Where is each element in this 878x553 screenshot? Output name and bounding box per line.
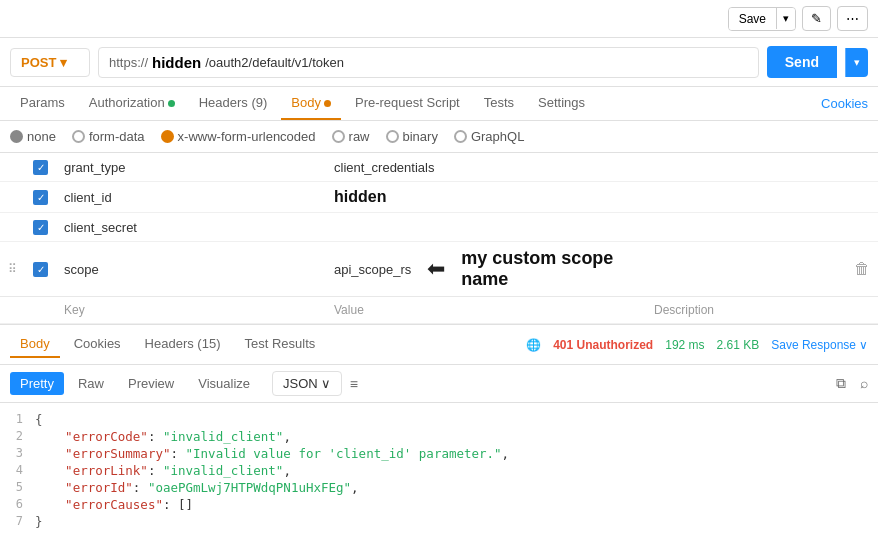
body-dot — [324, 100, 331, 107]
radio-binary — [386, 130, 399, 143]
tab-cookies-response[interactable]: Cookies — [64, 331, 131, 358]
method-select[interactable]: POST ▾ — [10, 48, 90, 77]
desc-cell[interactable] — [646, 153, 846, 182]
send-button[interactable]: Send — [767, 46, 837, 78]
right-icons: ⧉ ⌕ — [832, 375, 868, 392]
edit-button[interactable]: ✎ — [802, 6, 831, 31]
format-select-arrow: ∨ — [321, 376, 331, 391]
method-arrow: ▾ — [60, 55, 67, 70]
desc-cell[interactable] — [646, 182, 846, 213]
checkbox-checked[interactable] — [33, 190, 48, 205]
top-bar: Save ▾ ✎ ⋯ — [0, 0, 878, 38]
line-num: 4 — [0, 463, 35, 478]
key-cell[interactable]: grant_type — [56, 153, 326, 182]
cookies-link[interactable]: Cookies — [821, 96, 868, 111]
delete-row-button[interactable]: 🗑 — [846, 242, 878, 297]
body-type-graphql[interactable]: GraphQL — [454, 129, 524, 144]
line-content: "errorSummary": "Invalid value for 'clie… — [35, 446, 509, 461]
tab-settings[interactable]: Settings — [528, 87, 595, 120]
format-tab-preview[interactable]: Preview — [118, 372, 184, 395]
checkbox-checked[interactable] — [33, 220, 48, 235]
more-button[interactable]: ⋯ — [837, 6, 868, 31]
drag-col-header — [0, 297, 25, 324]
save-dropdown-button[interactable]: ▾ — [776, 8, 795, 29]
tab-body-response[interactable]: Body — [10, 331, 60, 358]
table-row: client_id hidden — [0, 182, 878, 213]
save-response-button[interactable]: Save Response ∨ — [771, 338, 868, 352]
copy-icon[interactable]: ⧉ — [836, 375, 846, 392]
tab-authorization[interactable]: Authorization — [79, 87, 185, 120]
status-size: 2.61 KB — [717, 338, 760, 352]
body-type-binary-label: binary — [403, 129, 438, 144]
body-type-none[interactable]: none — [10, 129, 56, 144]
body-type-form-data-label: form-data — [89, 129, 145, 144]
authorization-dot — [168, 100, 175, 107]
status-code: 401 Unauthorized — [553, 338, 653, 352]
tab-headers[interactable]: Headers (9) — [189, 87, 278, 120]
hidden-value: hidden — [334, 188, 386, 205]
tab-body-label: Body — [291, 95, 321, 110]
checkbox-checked[interactable] — [33, 262, 48, 277]
send-dropdown-button[interactable]: ▾ — [845, 48, 868, 77]
line-num: 1 — [0, 412, 35, 427]
body-type-binary[interactable]: binary — [386, 129, 438, 144]
value-cell[interactable]: api_scope_rs ⬅ my custom scope name — [326, 242, 646, 296]
format-select-label: JSON — [283, 376, 318, 391]
custom-scope-label: my custom scope name — [461, 248, 638, 290]
row-checkbox[interactable] — [25, 153, 56, 182]
status-time: 192 ms — [665, 338, 704, 352]
table-row: ⠿ scope api_scope_rs ⬅ my custom scope n… — [0, 242, 878, 297]
key-cell[interactable]: client_id — [56, 182, 326, 213]
desc-cell[interactable] — [646, 242, 846, 297]
value-cell[interactable]: client_credentials — [326, 153, 646, 182]
value-cell[interactable]: hidden — [326, 182, 646, 213]
radio-graphql — [454, 130, 467, 143]
code-line: 4 "errorLink": "invalid_client", — [0, 462, 878, 479]
format-tab-raw[interactable]: Raw — [68, 372, 114, 395]
request-tabs: Params Authorization Headers (9) Body Pr… — [0, 87, 878, 121]
url-bar: POST ▾ https:// hidden /oauth2/default/v… — [0, 38, 878, 87]
body-type-form-data[interactable]: form-data — [72, 129, 145, 144]
code-line: 3 "errorSummary": "Invalid value for 'cl… — [0, 445, 878, 462]
tab-params[interactable]: Params — [10, 87, 75, 120]
format-align-icon[interactable]: ≡ — [350, 376, 358, 392]
format-tab-pretty[interactable]: Pretty — [10, 372, 64, 395]
value-cell[interactable] — [326, 213, 646, 242]
code-line: 6 "errorCauses": [] — [0, 496, 878, 513]
code-line: 1 { — [0, 411, 878, 428]
radio-raw — [332, 130, 345, 143]
tab-tests[interactable]: Tests — [474, 87, 524, 120]
search-icon[interactable]: ⌕ — [860, 375, 868, 392]
key-cell[interactable]: client_secret — [56, 213, 326, 242]
line-content: { — [35, 412, 43, 427]
body-type-raw[interactable]: raw — [332, 129, 370, 144]
checkbox-checked[interactable] — [33, 160, 48, 175]
tab-authorization-label: Authorization — [89, 95, 165, 110]
response-tabs: Body Cookies Headers (15) Test Results 🌐… — [0, 324, 878, 365]
body-type-urlencoded[interactable]: x-www-form-urlencoded — [161, 129, 316, 144]
check-col-header — [25, 297, 56, 324]
row-checkbox[interactable] — [25, 213, 56, 242]
tab-test-results[interactable]: Test Results — [234, 331, 325, 358]
desc-cell[interactable] — [646, 213, 846, 242]
row-checkbox[interactable] — [25, 242, 56, 297]
save-btn-group[interactable]: Save ▾ — [728, 7, 796, 31]
save-button[interactable]: Save — [729, 8, 776, 30]
url-input[interactable]: https:// hidden /oauth2/default/v1/token — [98, 47, 759, 78]
tab-headers-response[interactable]: Headers (15) — [135, 331, 231, 358]
line-num: 2 — [0, 429, 35, 444]
action-cell — [846, 182, 878, 213]
body-type-graphql-label: GraphQL — [471, 129, 524, 144]
key-col-header: Key — [56, 297, 326, 324]
format-select[interactable]: JSON ∨ — [272, 371, 342, 396]
table-header-row: Key Value Description — [0, 297, 878, 324]
tab-pre-request[interactable]: Pre-request Script — [345, 87, 470, 120]
line-num: 6 — [0, 497, 35, 512]
desc-col-header: Description — [646, 297, 846, 324]
format-tab-visualize[interactable]: Visualize — [188, 372, 260, 395]
code-line: 2 "errorCode": "invalid_client", — [0, 428, 878, 445]
key-cell[interactable]: scope — [56, 242, 326, 297]
radio-none — [10, 130, 23, 143]
row-checkbox[interactable] — [25, 182, 56, 213]
tab-body[interactable]: Body — [281, 87, 341, 120]
